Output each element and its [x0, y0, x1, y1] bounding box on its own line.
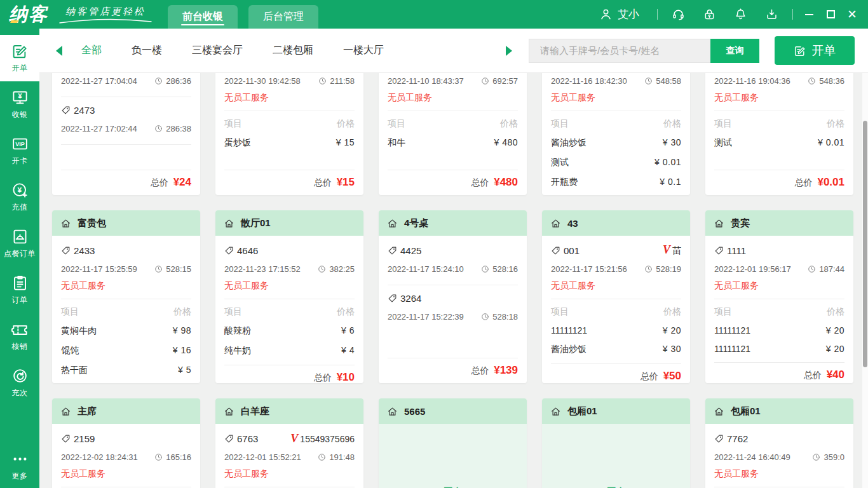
item-name: 和牛 — [388, 137, 405, 149]
scrollbar-thumb[interactable] — [863, 121, 867, 367]
open-order-button[interactable]: 开单 — [775, 36, 855, 65]
sidebar-item-more[interactable]: 更多 — [0, 447, 39, 484]
table-card[interactable]: 43001V苗2022-11-17 15:21:56528:19无员工服务项目价… — [542, 210, 690, 383]
sidebar-item-food-order[interactable]: 点餐订单 — [0, 220, 39, 267]
duration: 692:57 — [481, 76, 518, 86]
category-tab-3[interactable]: 二楼包厢 — [273, 44, 313, 57]
table-card[interactable]: 2022-11-27 17:04:04286:3624732022-11-27 … — [52, 73, 200, 195]
sidebar-item-order-list[interactable]: 订单 — [0, 267, 39, 313]
price-column-label: 价格 — [663, 306, 681, 318]
order-pen-icon — [11, 43, 29, 60]
no-staff-service-label: 无员工服务 — [714, 280, 844, 293]
food-order-icon — [11, 228, 29, 245]
category-tab-2[interactable]: 三楼宴会厅 — [192, 44, 243, 57]
lock-icon[interactable] — [703, 8, 716, 21]
no-staff-service-label: 无员工服务 — [388, 92, 518, 105]
tag-icon — [714, 434, 724, 444]
table-card[interactable]: 2022-11-16 19:04:36548:36无员工服务项目价格测试¥ 0.… — [705, 73, 853, 195]
nav-tab-backoffice[interactable]: 后台管理 — [248, 5, 318, 29]
card-header: 散厅01 — [215, 210, 363, 236]
sidebar-item-ticket[interactable]: 核销 — [0, 313, 39, 360]
table-card[interactable]: 散厅0146462022-11-23 17:15:52382:25无员工服务项目… — [215, 210, 363, 383]
total-label: 总价 — [314, 177, 332, 189]
category-tab-0[interactable]: 全部 — [81, 44, 102, 57]
order-list-icon — [11, 274, 29, 292]
download-icon[interactable] — [765, 8, 778, 21]
sidebar-item-recharge[interactable]: ¥充值 — [0, 174, 39, 220]
hand-tag-number: 7762 — [727, 433, 748, 444]
table-card[interactable]: 包厢0177622022-11-24 16:40:49359:0无员工服务 — [705, 398, 853, 488]
table-card[interactable]: 2022-11-30 19:42:58211:58无员工服务项目价格蛋炒饭¥ 1… — [215, 73, 363, 195]
table-card[interactable]: 白羊座6763V155493756962022-12-01 15:52:2119… — [215, 398, 363, 488]
total-price: ¥10 — [337, 371, 355, 383]
table-card[interactable]: 富贵包24332022-11-17 15:25:59528:15无员工服务项目价… — [52, 210, 200, 383]
card-header: 5665 — [379, 398, 527, 424]
item-price: ¥ 16 — [173, 345, 191, 356]
close-button[interactable]: ✕ — [841, 5, 863, 24]
duration: 382:25 — [318, 264, 355, 274]
clock-icon — [808, 265, 816, 273]
user-account[interactable]: 艾小 — [599, 7, 639, 22]
item-name: 酱油炒饭 — [551, 137, 587, 149]
divider — [61, 487, 191, 487]
price-column-label: 价格 — [500, 118, 518, 130]
category-tab-1[interactable]: 负一楼 — [132, 44, 162, 57]
card-body: 46462022-11-23 17:15:52382:25无员工服务项目价格酸辣… — [215, 236, 363, 383]
topbar-separator — [657, 9, 658, 20]
total-row: 总价¥50 — [551, 363, 681, 383]
sidebar-item-cashier[interactable]: ¥收银 — [0, 81, 39, 128]
sidebar-item-order-pen[interactable]: 开单 — [0, 35, 39, 81]
item-name: 酸辣粉 — [224, 325, 251, 337]
item-price: ¥ 480 — [494, 137, 518, 149]
divider — [551, 111, 681, 111]
open-time: 2022-11-17 15:24:10 — [388, 264, 464, 274]
item-price: ¥ 0.01 — [818, 137, 844, 149]
card-body: 24332022-11-17 15:25:59528:15无员工服务项目价格黄焖… — [52, 236, 200, 383]
no-staff-service-label: 无员工服务 — [61, 468, 191, 481]
bell-icon[interactable] — [734, 8, 747, 21]
scroll-right-icon[interactable] — [506, 46, 512, 56]
card-body: 开台 — [542, 424, 690, 488]
open-time: 2022-12-02 18:24:31 — [61, 452, 138, 462]
table-card[interactable]: 5665开台 — [379, 398, 527, 488]
table-card[interactable]: 2022-11-16 18:42:30548:58无员工服务项目价格酱油炒饭¥ … — [542, 73, 690, 195]
items-header-row: 项目价格 — [224, 306, 355, 318]
sidebar-item-vip-card[interactable]: VIP开卡 — [0, 128, 39, 174]
total-row: 总价¥24 — [61, 170, 191, 189]
maximize-button[interactable] — [820, 5, 841, 24]
table-name: 5665 — [404, 406, 425, 417]
table-card[interactable]: 贵宾11112022-12-01 19:56:17187:44无员工服务项目价格… — [705, 210, 853, 383]
tag-icon — [61, 246, 71, 255]
open-time: 2022-11-23 17:15:52 — [224, 264, 301, 274]
duration-value: 528:15 — [166, 264, 191, 274]
no-staff-service-label: 无员工服务 — [551, 92, 681, 105]
search-button[interactable]: 查询 — [710, 39, 759, 63]
main-nav-tabs: 前台收银后台管理 — [168, 5, 318, 29]
sidebar-item-refill[interactable]: 充次 — [0, 360, 39, 406]
search-input[interactable] — [529, 39, 710, 63]
home-icon — [387, 218, 398, 229]
sidebar-item-label: 收银 — [12, 109, 28, 120]
card-body: 2022-11-27 17:04:04286:3624732022-11-27 … — [52, 73, 200, 195]
item-name: 热干面 — [61, 365, 88, 376]
category-tab-4[interactable]: 一楼大厅 — [343, 44, 384, 57]
duration-value: 211:58 — [330, 76, 355, 86]
headset-icon[interactable] — [672, 8, 685, 21]
table-card[interactable]: 主席21592022-12-02 18:24:31165:16无员工服务 — [52, 398, 200, 488]
hand-tag-number: 001 — [564, 245, 580, 256]
duration-value: 548:36 — [819, 76, 844, 86]
nav-tab-frontdesk[interactable]: 前台收银 — [168, 5, 238, 29]
scroll-left-icon[interactable] — [56, 46, 62, 56]
item-name: 纯牛奶 — [224, 345, 251, 356]
table-card[interactable]: 包厢01开台 — [542, 398, 690, 488]
table-card[interactable]: 2022-11-10 18:43:37692:57无员工服务项目价格和牛¥ 48… — [379, 73, 527, 195]
minimize-button[interactable] — [798, 5, 820, 24]
duration-value: 528:19 — [656, 264, 681, 274]
table-card[interactable]: 4号桌44252022-11-17 15:24:10528:1632642022… — [379, 210, 527, 383]
duration-value: 286:36 — [166, 76, 191, 86]
item-price: ¥ 0.01 — [654, 157, 681, 168]
open-time: 2022-11-10 18:43:37 — [388, 76, 464, 86]
duration: 211:58 — [318, 76, 355, 86]
order-time-row: 2022-11-17 15:21:56528:19 — [551, 262, 681, 276]
hand-tag-number: 2473 — [74, 105, 95, 116]
